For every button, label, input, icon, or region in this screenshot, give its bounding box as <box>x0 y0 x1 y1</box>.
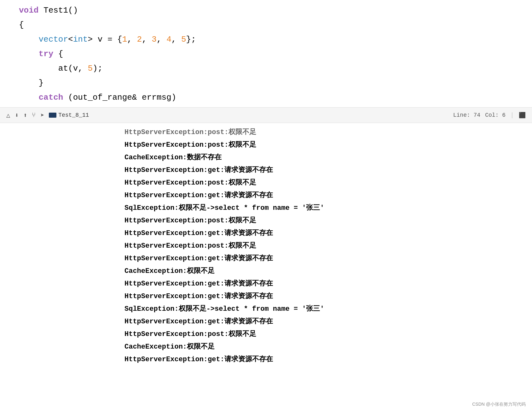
code-line: void Test1() <box>19 3 526 18</box>
code-line: } <box>19 76 526 90</box>
output-line: HttpServerException:get:请求资源不存在 <box>124 189 526 202</box>
output-line: HttpServerException:get:请求资源不存在 <box>124 227 526 240</box>
code-line: { <box>19 105 526 107</box>
output-line: HttpServerException:get:请求资源不存在 <box>124 315 526 328</box>
output-line: CacheException:数据不存在 <box>124 151 526 164</box>
output-line: HttpServerException:post:权限不足 <box>124 215 526 227</box>
main-container: void Test1(){ vector<int> v = {1, 2, 3, … <box>0 0 532 412</box>
code-line: catch (out_of_range& errmsg) <box>19 90 526 105</box>
output-line: HttpServerException:get:请求资源不存在 <box>124 353 526 366</box>
upload-icon[interactable]: ⬆ <box>23 111 27 119</box>
status-bar-left: △ ⬇ ⬆ ⑂ ➤ Test_8_11 <box>6 111 89 119</box>
download-icon[interactable]: ⬇ <box>15 111 19 119</box>
separator: | <box>510 112 514 119</box>
status-bar: △ ⬇ ⬆ ⑂ ➤ Test_8_11 Line: 74 Col: 6 | ⬛ <box>0 107 532 123</box>
file-type-icon <box>49 113 56 118</box>
output-line: HttpServerException:post:权限不足 <box>124 328 526 341</box>
code-line: vector<int> v = {1, 2, 3, 4, 5}; <box>19 32 526 47</box>
output-line: HttpServerException:post:权限不足 <box>124 126 526 139</box>
output-line: HttpServerException:post:权限不足 <box>124 177 526 189</box>
output-section: HttpServerException:post:权限不足HttpServerE… <box>0 123 532 412</box>
output-line: HttpServerException:get:请求资源不存在 <box>124 164 526 177</box>
output-line: CacheException:权限不足 <box>124 265 526 278</box>
up-arrow-icon[interactable]: △ <box>6 111 10 119</box>
output-content: HttpServerException:post:权限不足HttpServerE… <box>118 123 532 412</box>
code-line: { <box>19 18 526 32</box>
output-line: HttpServerException:post:权限不足 <box>124 139 526 151</box>
output-line: HttpServerException:get:请求资源不存在 <box>124 252 526 265</box>
send-icon[interactable]: ➤ <box>40 111 44 119</box>
status-bar-right: Line: 74 Col: 6 | ⬛ <box>453 112 526 119</box>
line-info: Line: 74 <box>453 112 480 118</box>
output-line: HttpServerException:get:请求资源不存在 <box>124 278 526 290</box>
watermark: CSDN @小张在努力写代码 <box>472 402 526 407</box>
col-info: Col: 6 <box>485 112 506 118</box>
code-line: at(v, 5); <box>19 61 526 76</box>
code-line: try { <box>19 47 526 61</box>
output-line: SqlException:权限不足->select * from name = … <box>124 303 526 315</box>
output-left-margin <box>0 123 118 412</box>
output-line: SqlException:权限不足->select * from name = … <box>124 202 526 215</box>
output-line: HttpServerException:get:请求资源不存在 <box>124 290 526 303</box>
output-line: CacheException:权限不足 <box>124 341 526 353</box>
filename-display: Test_8_11 <box>49 112 89 118</box>
branch-icon[interactable]: ⑂ <box>32 112 36 119</box>
output-line: HttpServerException:post:权限不足 <box>124 240 526 252</box>
screen-icon[interactable]: ⬛ <box>519 112 526 119</box>
filename-label: Test_8_11 <box>58 112 89 118</box>
code-editor: void Test1(){ vector<int> v = {1, 2, 3, … <box>0 0 532 107</box>
code-content: void Test1(){ vector<int> v = {1, 2, 3, … <box>0 0 532 107</box>
